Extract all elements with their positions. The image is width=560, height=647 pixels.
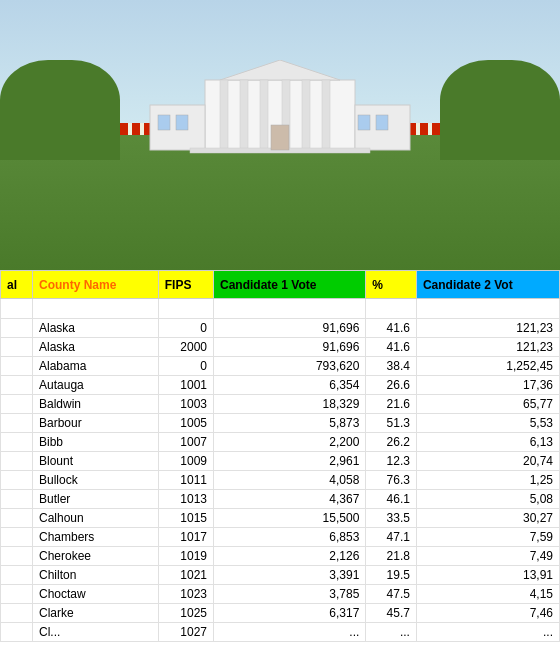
table-cell <box>1 528 33 547</box>
table-row: Cl...1027......... <box>1 623 560 642</box>
table-cell: 30,27 <box>416 509 559 528</box>
table-cell: 6,354 <box>213 376 365 395</box>
table-cell: 3,391 <box>213 566 365 585</box>
table-cell: Chilton <box>33 566 159 585</box>
table-cell: 1009 <box>158 452 213 471</box>
table-cell <box>1 338 33 357</box>
table-cell: Choctaw <box>33 585 159 604</box>
table-cell: Clarke <box>33 604 159 623</box>
table-cell <box>1 395 33 414</box>
table-cell: Bullock <box>33 471 159 490</box>
table-cell: 1001 <box>158 376 213 395</box>
table-cell: 15,500 <box>213 509 365 528</box>
table-cell: 76.3 <box>366 471 417 490</box>
table-cell <box>1 299 33 319</box>
hero-section <box>0 0 560 270</box>
svg-rect-13 <box>358 115 370 130</box>
table-cell: 1007 <box>158 433 213 452</box>
table-cell <box>1 357 33 376</box>
table-cell: 26.2 <box>366 433 417 452</box>
table-row: Calhoun101515,50033.530,27 <box>1 509 560 528</box>
svg-rect-15 <box>271 125 289 150</box>
table-row: Bibb10072,20026.26,13 <box>1 433 560 452</box>
table-row: Alaska200091,69641.6121,23 <box>1 338 560 357</box>
table-cell: 1015 <box>158 509 213 528</box>
table-row: Barbour10055,87351.35,53 <box>1 414 560 433</box>
table-cell: 45.7 <box>366 604 417 623</box>
table-cell: 4,15 <box>416 585 559 604</box>
table-cell: 41.6 <box>366 338 417 357</box>
col-header-c2vote: Candidate 2 Vot <box>416 271 559 299</box>
table-cell: Blount <box>33 452 159 471</box>
table-row: Bullock10114,05876.31,25 <box>1 471 560 490</box>
table-row: Autauga10016,35426.617,36 <box>1 376 560 395</box>
table-cell: Calhoun <box>33 509 159 528</box>
table-cell <box>1 509 33 528</box>
table-cell: 5,873 <box>213 414 365 433</box>
table-cell: Bibb <box>33 433 159 452</box>
table-cell: 21.8 <box>366 547 417 566</box>
table-cell: 91,696 <box>213 338 365 357</box>
table-cell: 2,961 <box>213 452 365 471</box>
table-cell: 91,696 <box>213 319 365 338</box>
table-cell: 41.6 <box>366 319 417 338</box>
table-cell: 1011 <box>158 471 213 490</box>
table-cell: 1,252,45 <box>416 357 559 376</box>
table-row <box>1 299 560 319</box>
table-cell: Alaska <box>33 338 159 357</box>
table-cell: 5,08 <box>416 490 559 509</box>
table-cell <box>1 414 33 433</box>
table-cell <box>1 566 33 585</box>
table-row: Baldwin100318,32921.665,77 <box>1 395 560 414</box>
table-cell: 12.3 <box>366 452 417 471</box>
table-cell: 2000 <box>158 338 213 357</box>
table-cell: 6,13 <box>416 433 559 452</box>
table-cell: 1005 <box>158 414 213 433</box>
table-cell: 2,200 <box>213 433 365 452</box>
table-cell: 7,59 <box>416 528 559 547</box>
table-cell: 19.5 <box>366 566 417 585</box>
table-cell <box>1 623 33 642</box>
table-cell: 26.6 <box>366 376 417 395</box>
svg-rect-11 <box>158 115 170 130</box>
table-cell <box>1 490 33 509</box>
table-cell <box>213 299 365 319</box>
table-cell <box>1 319 33 338</box>
table-cell: 38.4 <box>366 357 417 376</box>
table-cell: Alaska <box>33 319 159 338</box>
table-row: Cherokee10192,12621.87,49 <box>1 547 560 566</box>
col-header-pct: % <box>366 271 417 299</box>
table-cell: Cherokee <box>33 547 159 566</box>
table-cell: 18,329 <box>213 395 365 414</box>
table-cell: 1023 <box>158 585 213 604</box>
table-cell <box>1 585 33 604</box>
table-cell <box>1 604 33 623</box>
table-cell: 1027 <box>158 623 213 642</box>
table-cell: ... <box>416 623 559 642</box>
table-cell: 46.1 <box>366 490 417 509</box>
table-row: Butler10134,36746.15,08 <box>1 490 560 509</box>
svg-rect-2 <box>220 80 228 150</box>
table-cell: 0 <box>158 357 213 376</box>
table-cell: ... <box>213 623 365 642</box>
svg-rect-6 <box>302 80 310 150</box>
table-cell: 793,620 <box>213 357 365 376</box>
table-cell: 33.5 <box>366 509 417 528</box>
table-cell: 17,36 <box>416 376 559 395</box>
table-cell: 47.5 <box>366 585 417 604</box>
table-row: Alaska091,69641.6121,23 <box>1 319 560 338</box>
table-cell: 1,25 <box>416 471 559 490</box>
table-cell: Chambers <box>33 528 159 547</box>
table-cell: 7,49 <box>416 547 559 566</box>
table-cell: 51.3 <box>366 414 417 433</box>
svg-marker-1 <box>220 60 340 80</box>
table-row: Blount10092,96112.320,74 <box>1 452 560 471</box>
table-cell: Alabama <box>33 357 159 376</box>
table-row: Chilton10213,39119.513,91 <box>1 566 560 585</box>
table-cell: 6,317 <box>213 604 365 623</box>
table-cell: 121,23 <box>416 319 559 338</box>
table-cell: Barbour <box>33 414 159 433</box>
table-cell: 1017 <box>158 528 213 547</box>
data-table-container: al County Name FIPS Candidate 1 Vote % C… <box>0 270 560 647</box>
table-cell <box>1 376 33 395</box>
